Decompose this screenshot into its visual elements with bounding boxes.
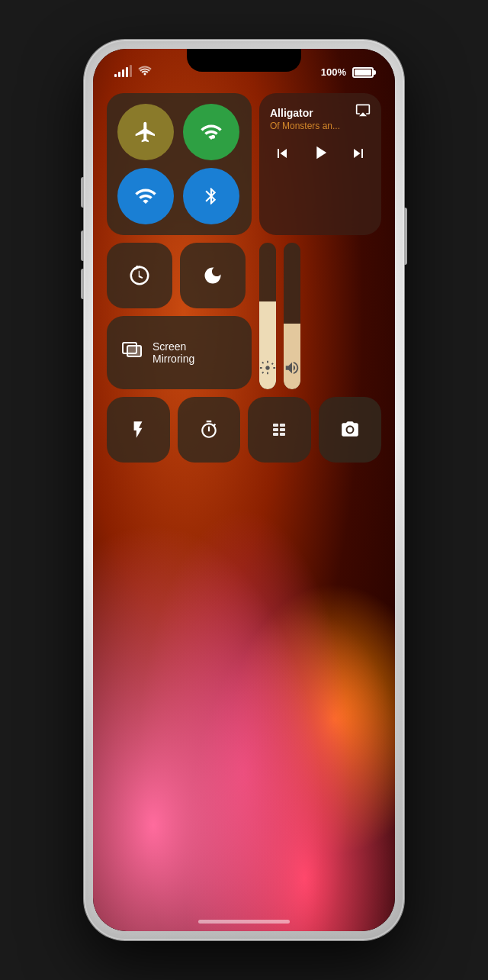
svg-rect-4: [273, 424, 278, 427]
play-button[interactable]: [310, 142, 331, 169]
home-indicator[interactable]: [198, 920, 290, 924]
flashlight-button[interactable]: [107, 397, 170, 463]
svg-rect-5: [280, 424, 285, 427]
do-not-disturb-button[interactable]: [180, 243, 246, 308]
bluetooth-button[interactable]: [183, 168, 239, 224]
media-controls: [270, 142, 371, 169]
wifi-button[interactable]: [117, 168, 174, 224]
svg-rect-6: [273, 428, 278, 431]
cellular-button[interactable]: [183, 104, 239, 160]
screen-mirroring-icon: [122, 342, 142, 363]
control-center: Alligator Of Monsters an...: [107, 93, 381, 463]
screen-mirroring-button[interactable]: Screen Mirroring: [107, 316, 252, 389]
volume-slider[interactable]: [284, 243, 300, 389]
screen-mirroring-label-line1: Screen: [152, 340, 194, 353]
svg-rect-3: [127, 346, 141, 356]
next-button[interactable]: [349, 144, 368, 167]
row-bottom-utilities: [107, 397, 381, 463]
battery-percent-label: 100%: [321, 66, 346, 78]
notch: [187, 49, 301, 72]
row-mid: Screen Mirroring: [107, 243, 381, 389]
airplane-mode-button[interactable]: [117, 104, 174, 160]
svg-rect-9: [280, 433, 285, 436]
status-right: 100%: [321, 66, 374, 78]
wifi-status-icon: [138, 65, 152, 78]
status-left: [114, 65, 152, 78]
prev-button[interactable]: [273, 144, 291, 167]
svg-rect-8: [273, 433, 278, 436]
phone-frame: 100%: [84, 40, 404, 940]
timer-button[interactable]: [178, 397, 241, 463]
row-rotation-dnd: [107, 243, 252, 308]
svg-rect-7: [280, 428, 285, 431]
brightness-slider[interactable]: [259, 243, 276, 389]
screen-background: 100%: [93, 49, 395, 931]
signal-bars-icon: [114, 66, 132, 77]
rotation-lock-button[interactable]: [107, 243, 172, 308]
battery-icon: [351, 67, 374, 78]
song-artist: Of Monsters an...: [270, 121, 371, 131]
svg-point-10: [347, 427, 352, 433]
phone-screen: 100%: [93, 49, 395, 931]
brightness-icon: [259, 359, 276, 380]
now-playing-block[interactable]: Alligator Of Monsters an...: [259, 93, 381, 235]
screen-mirroring-label-line2: Mirroring: [152, 353, 194, 365]
airplay-icon[interactable]: [355, 102, 371, 121]
camera-button[interactable]: [319, 397, 382, 463]
volume-icon: [284, 359, 300, 380]
calculator-button[interactable]: [248, 397, 311, 463]
left-col: Screen Mirroring: [107, 243, 252, 389]
row-connectivity-nowplaying: Alligator Of Monsters an...: [107, 93, 381, 235]
sliders-col: [259, 243, 381, 389]
svg-point-0: [211, 135, 215, 139]
connectivity-block: [107, 93, 252, 235]
